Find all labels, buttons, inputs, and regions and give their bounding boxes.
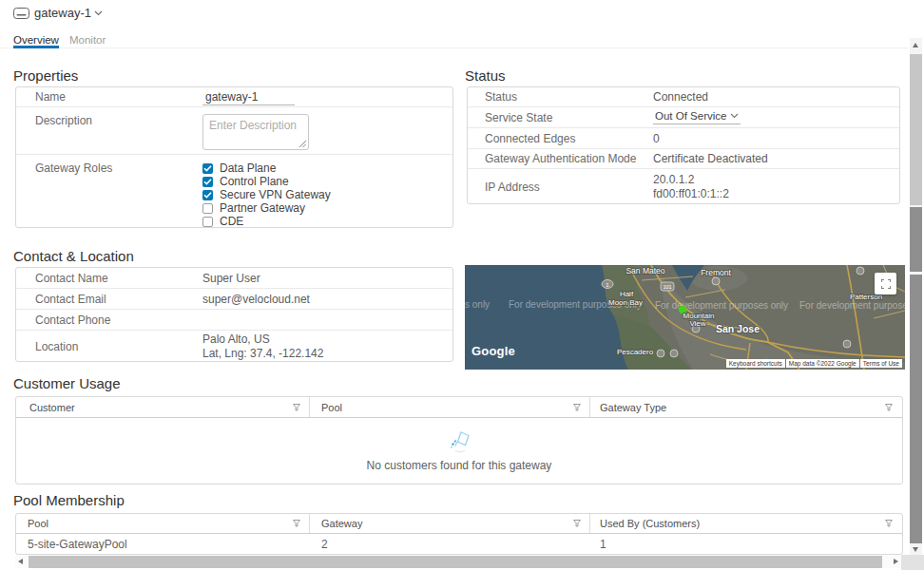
status-heading: Status — [465, 67, 506, 84]
ip-address-row: IP Address 20.0.1.2 fd00:ff01:0:1::2 — [468, 169, 899, 204]
scrollbar-thumb[interactable] — [910, 54, 922, 205]
pool-cell: 5-site-GatewayPool — [16, 538, 310, 551]
role-data-plane[interactable]: Data Plane — [202, 162, 331, 175]
horizontal-scrollbar-thumb[interactable] — [29, 556, 882, 568]
description-textarea[interactable]: Enter Description — [202, 114, 309, 150]
filter-icon[interactable] — [573, 404, 581, 411]
gateway-auth-value: Certificate Deactivated — [653, 149, 899, 168]
terms-of-use-link[interactable]: Terms of Use — [860, 359, 902, 368]
checkbox-unchecked-icon[interactable] — [202, 203, 213, 214]
scroll-left-arrow[interactable] — [18, 559, 23, 564]
location-city: Palo Alto, US — [202, 332, 270, 347]
checkbox-checked-icon[interactable] — [202, 190, 213, 200]
svg-text:For development purposes only: For development purposes only — [655, 300, 788, 311]
tab-bar: Overview Monitor — [0, 30, 909, 48]
page-title: gateway-1 — [34, 6, 91, 20]
property-row-roles: Gateway Roles Data Plane Control Plane S… — [16, 155, 452, 229]
used-by-cell: 1 — [590, 538, 902, 551]
chevron-down-icon — [730, 113, 739, 119]
name-input[interactable] — [202, 89, 295, 105]
checkbox-checked-icon[interactable] — [202, 177, 213, 187]
role-cde[interactable]: CDE — [202, 215, 331, 228]
scrollbar-thumb[interactable] — [910, 275, 922, 543]
property-row-name: Name — [16, 87, 452, 107]
horizontal-scrollbar[interactable] — [15, 556, 901, 568]
role-secure-vpn-gateway[interactable]: Secure VPN Gateway — [202, 188, 331, 201]
pool-membership-row[interactable]: 5-site-GatewayPool 2 1 — [16, 534, 902, 555]
keyboard-shortcuts-link[interactable]: Keyboard shortcuts — [726, 359, 785, 368]
empty-message: No customers found for this gateway — [367, 459, 552, 472]
scrollbar-corner — [901, 555, 924, 570]
status-value: Connected — [653, 87, 899, 106]
pool-membership-header: Pool Gateway Used By (Customers) — [16, 514, 902, 534]
status-row: Status Connected — [468, 87, 899, 107]
scroll-right-arrow[interactable] — [894, 559, 898, 564]
tab-monitor[interactable]: Monitor — [69, 34, 106, 46]
filter-icon[interactable] — [885, 520, 893, 527]
description-placeholder: Enter Description — [209, 119, 297, 132]
name-label: Name — [16, 87, 202, 106]
contact-email-value: super@velocloud.net — [202, 289, 452, 309]
checkbox-unchecked-icon[interactable] — [202, 217, 213, 227]
location-latlng: Lat, Lng: 37.4, -122.142 — [202, 347, 323, 361]
contact-name-value: Super User — [202, 268, 452, 288]
role-partner-gateway[interactable]: Partner Gateway — [202, 201, 331, 215]
connected-edges-value: 0 — [653, 128, 899, 148]
contact-heading: Contact & Location — [13, 248, 134, 264]
svg-text:101: 101 — [663, 284, 671, 290]
customer-usage-header: Customer Pool Gateway Type — [16, 397, 902, 418]
service-state-dropdown[interactable]: Out Of Service — [653, 110, 741, 124]
title-chevron-down-icon[interactable] — [94, 10, 103, 16]
svg-text:For development purposes only: For development purposes only — [799, 300, 905, 311]
property-row-description: Description Enter Description — [16, 107, 452, 155]
gateway-auth-row: Gateway Authentication Mode Certificate … — [468, 149, 899, 169]
pool-membership-heading: Pool Membership — [13, 492, 125, 508]
vertical-scrollbar[interactable] — [910, 38, 922, 560]
svg-text:San Jose: San Jose — [716, 323, 760, 334]
empty-state: No customers found for this gateway — [16, 418, 902, 484]
svg-text:Half: Half — [620, 290, 634, 298]
fullscreen-icon — [881, 279, 891, 289]
checkbox-checked-icon[interactable] — [202, 163, 213, 174]
gateway-icon — [13, 8, 29, 19]
scroll-up-arrow[interactable] — [913, 43, 918, 48]
customer-usage-table: Customer Pool Gateway Type No customer — [15, 396, 903, 484]
svg-text:Fremont: Fremont — [701, 268, 731, 277]
gateway-roles-label: Gateway Roles — [16, 155, 202, 229]
contact-table: Contact Name Super User Contact Email su… — [15, 267, 453, 362]
filter-icon[interactable] — [885, 404, 893, 411]
contact-email-row: Contact Email super@velocloud.net — [16, 289, 452, 310]
contact-phone-value — [202, 310, 452, 330]
scrollbar-thumb[interactable] — [910, 207, 922, 272]
customer-usage-heading: Customer Usage — [13, 375, 121, 391]
contact-phone-row: Contact Phone — [16, 310, 452, 331]
tab-overview[interactable]: Overview — [13, 34, 59, 46]
connected-edges-row: Connected Edges 0 — [468, 128, 899, 149]
role-control-plane[interactable]: Control Plane — [202, 175, 331, 188]
filter-icon[interactable] — [293, 520, 300, 527]
ip-v6: fd00:ff01:0:1::2 — [653, 187, 729, 201]
svg-text:Moon Bay: Moon Bay — [608, 298, 643, 307]
properties-table: Name Description Enter Description Gatew… — [15, 86, 453, 228]
ip-v4: 20.0.1.2 — [653, 173, 694, 187]
svg-text:Pescadero: Pescadero — [617, 348, 654, 356]
pool-membership-table: Pool Gateway Used By (Customers) 5-site-… — [15, 513, 903, 555]
google-logo[interactable]: Google — [472, 344, 515, 358]
filter-icon[interactable] — [293, 404, 300, 411]
resize-handle-icon[interactable] — [298, 140, 306, 147]
empty-state-icon — [444, 429, 474, 456]
service-state-row: Service State Out Of Service — [468, 107, 899, 128]
map-data-label: Map data ©2022 Google — [786, 359, 859, 368]
svg-text:View: View — [689, 319, 705, 328]
contact-name-row: Contact Name Super User — [16, 268, 452, 289]
map-fullscreen-button[interactable] — [875, 273, 896, 294]
location-map[interactable]: s only For development purposes only For… — [465, 265, 905, 370]
map-attribution: Keyboard shortcuts Map data ©2022 Google… — [725, 359, 902, 368]
location-row: Location Palo Alto, US Lat, Lng: 37.4, -… — [16, 331, 452, 362]
filter-icon[interactable] — [573, 520, 581, 527]
svg-text:s only: s only — [465, 299, 490, 310]
gateway-cell: 2 — [310, 538, 590, 551]
properties-heading: Properties — [13, 67, 78, 84]
scroll-down-arrow[interactable] — [913, 547, 918, 552]
description-label: Description — [16, 107, 202, 154]
